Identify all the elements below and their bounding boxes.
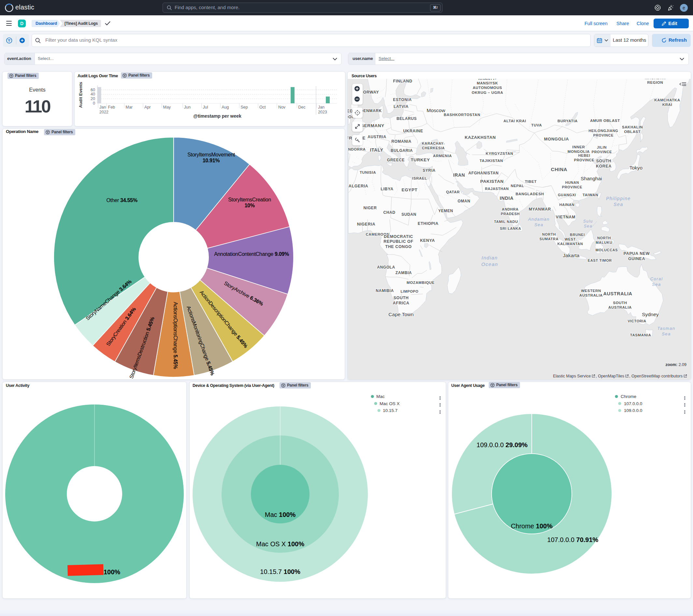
svg-text:DEMOCRATICREPUBLIC OFTHE CONGO: DEMOCRATICREPUBLIC OFTHE CONGO xyxy=(383,234,413,249)
svg-text:Mac OS X 100%: Mac OS X 100% xyxy=(256,540,304,547)
svg-text:Aug: Aug xyxy=(221,105,229,110)
svg-text:DENMARK: DENMARK xyxy=(360,109,382,113)
svg-text:OMAN: OMAN xyxy=(457,199,470,204)
svg-text:AFGHANISTAN: AFGHANISTAN xyxy=(468,171,498,175)
svg-text:BELARUS: BELARUS xyxy=(397,116,417,121)
svg-text:Sydney: Sydney xyxy=(642,312,659,317)
svg-text:@timestamp per week: @timestamp per week xyxy=(193,113,241,119)
svg-text:10.15.7 100%: 10.15.7 100% xyxy=(260,568,300,575)
svg-text:PAKISTAN: PAKISTAN xyxy=(480,179,504,184)
svg-text:ALTAI KRAI: ALTAI KRAI xyxy=(503,119,526,123)
svg-text:CoralSea: CoralSea xyxy=(650,276,663,287)
svg-text:0: 0 xyxy=(93,101,95,105)
svg-text:Mar: Mar xyxy=(126,105,133,110)
svg-text:Dec: Dec xyxy=(298,105,305,110)
svg-text:TUVA: TUVA xyxy=(531,123,542,127)
svg-text:TAMIL NADU: TAMIL NADU xyxy=(494,220,518,224)
svg-text:SUDAN: SUDAN xyxy=(401,212,416,217)
svg-text:EGYPT: EGYPT xyxy=(402,187,418,192)
svg-text:GUANGXI: GUANGXI xyxy=(558,193,576,197)
svg-text:NEPAL: NEPAL xyxy=(511,184,524,188)
svg-text:ANGOLA: ANGOLA xyxy=(377,265,395,270)
svg-text:TUNISIA: TUNISIA xyxy=(360,171,376,174)
svg-text:RAJASTHAN: RAJASTHAN xyxy=(485,187,509,191)
svg-text:VICTORIA: VICTORIA xyxy=(628,319,646,323)
svg-text:GREECE: GREECE xyxy=(387,158,405,162)
svg-text:KAZAKHSTAN: KAZAKHSTAN xyxy=(464,135,496,140)
svg-text:NORTHMALUKU: NORTHMALUKU xyxy=(596,236,612,245)
svg-text:SOUTHKOREA: SOUTHKOREA xyxy=(596,159,612,169)
svg-text:ANDHRAPRADESH: ANDHRAPRADESH xyxy=(501,207,520,216)
svg-text:Cape Town: Cape Town xyxy=(388,312,413,317)
svg-text:ESTONIA: ESTONIA xyxy=(393,97,412,102)
svg-text:NAMIBIA: NAMIBIA xyxy=(376,288,394,293)
svg-text:KYRGYZSTAN: KYRGYZSTAN xyxy=(486,152,513,155)
svg-text:LIBYA: LIBYA xyxy=(380,187,393,191)
svg-text:2023: 2023 xyxy=(318,110,327,114)
svg-text:LATVIA: LATVIA xyxy=(394,104,409,109)
svg-text:AUSTRALIA: AUSTRALIA xyxy=(603,291,632,296)
svg-text:Jun: Jun xyxy=(184,105,191,110)
svg-text:NORTHSUMATRA: NORTHSUMATRA xyxy=(539,232,558,241)
svg-text:Shanghai: Shanghai xyxy=(580,176,602,181)
svg-text:107.0.0.0 70.91%: 107.0.0.0 70.91% xyxy=(547,536,598,543)
svg-text:MOZAMBIQUE: MOZAMBIQUE xyxy=(407,281,435,285)
svg-text:Jakarta: Jakarta xyxy=(563,253,580,258)
svg-text:NIGER: NIGER xyxy=(363,206,377,210)
svg-text:109.0.0.0: 109.0.0.0 xyxy=(624,408,642,413)
svg-text:ZAMBIA: ZAMBIA xyxy=(396,271,412,275)
svg-text:MOLUCCAS: MOLUCCAS xyxy=(596,248,618,252)
svg-text:KARACHAY-CHERKESIA: KARACHAY-CHERKESIA xyxy=(422,141,445,150)
svg-text:ActionsOptionsChange 5.45%: ActionsOptionsChange 5.45% xyxy=(173,302,178,369)
svg-text:20: 20 xyxy=(91,96,95,101)
svg-text:NORWAY: NORWAY xyxy=(360,90,379,95)
svg-text:CHAD: CHAD xyxy=(383,210,395,215)
svg-text:zoom: 2.09: zoom: 2.09 xyxy=(665,362,687,367)
svg-text:BURYATIA: BURYATIA xyxy=(557,119,578,123)
svg-text:2022: 2022 xyxy=(99,110,108,114)
svg-text:Jan: Jan xyxy=(318,105,324,110)
svg-text:BULGARIA: BULGARIA xyxy=(391,148,413,153)
svg-text:May: May xyxy=(163,105,171,110)
svg-text:MONGOLIA: MONGOLIA xyxy=(544,137,569,141)
svg-text:TASMANIA: TASMANIA xyxy=(630,333,651,337)
svg-text:Mac: Mac xyxy=(376,394,385,399)
svg-text:Mac OS X: Mac OS X xyxy=(380,401,400,406)
svg-text:BANGLADESH: BANGLADESH xyxy=(515,192,544,196)
svg-text:BASHKORTOSTAN: BASHKORTOSTAN xyxy=(444,113,480,117)
svg-text:Apr: Apr xyxy=(144,105,151,110)
svg-text:Tokyo: Tokyo xyxy=(630,165,643,171)
svg-text:Chrome 100%: Chrome 100% xyxy=(511,522,553,530)
svg-text:VIETNAM: VIETNAM xyxy=(556,215,575,219)
svg-text:40: 40 xyxy=(91,92,95,96)
svg-text:KOMI: KOMI xyxy=(453,74,463,78)
svg-text:INDIA: INDIA xyxy=(500,196,514,201)
svg-text:EAST TIMOR: EAST TIMOR xyxy=(588,258,612,262)
svg-text:NIGERIA: NIGERIA xyxy=(357,222,375,227)
svg-text:107.0.0.0: 107.0.0.0 xyxy=(624,401,642,406)
svg-text:BRUNEI: BRUNEI xyxy=(570,233,585,237)
svg-text:Audit Events: Audit Events xyxy=(78,82,83,108)
svg-text:IRAN: IRAN xyxy=(453,172,465,178)
svg-text:AUSTRIA: AUSTRIA xyxy=(368,135,387,139)
svg-text:KENYA: KENYA xyxy=(420,238,435,243)
svg-text:ITALY: ITALY xyxy=(370,147,383,153)
svg-text:SRI LANKA: SRI LANKA xyxy=(500,227,521,230)
svg-text:Other 34.55%: Other 34.55% xyxy=(106,197,137,203)
svg-text:TURKEY: TURKEY xyxy=(411,157,430,162)
svg-text:Jan: Jan xyxy=(99,105,106,110)
svg-text:QATAR: QATAR xyxy=(446,190,460,194)
svg-text:LIMPOPO: LIMPOPO xyxy=(401,289,419,293)
svg-text:ISRAEL: ISRAEL xyxy=(412,176,427,180)
svg-text:Sep: Sep xyxy=(240,105,248,110)
svg-text:10.15.7: 10.15.7 xyxy=(383,408,397,413)
svg-text:GERMANY: GERMANY xyxy=(360,123,384,128)
svg-text:HAINAN: HAINAN xyxy=(559,203,574,207)
svg-text:109.0.0.0 29.09%: 109.0.0.0 29.09% xyxy=(477,441,528,448)
svg-text:Feb: Feb xyxy=(108,105,115,110)
svg-text:ETHIOPIA: ETHIOPIA xyxy=(418,221,438,226)
svg-text:UKRAINE: UKRAINE xyxy=(403,129,423,133)
svg-text:TAIWAN: TAIWAN xyxy=(582,193,598,197)
svg-text:Nov: Nov xyxy=(278,105,286,110)
svg-text:FINLAND: FINLAND xyxy=(393,79,412,83)
